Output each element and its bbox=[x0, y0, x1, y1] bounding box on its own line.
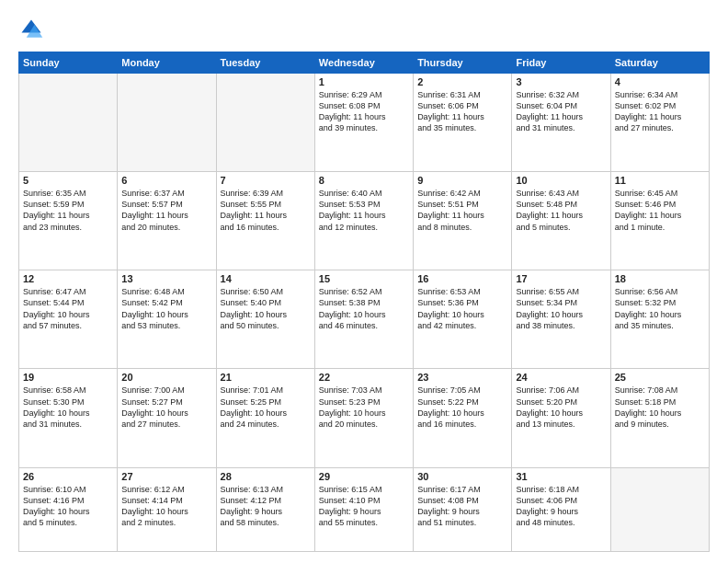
calendar-cell: 3Sunrise: 6:32 AMSunset: 6:04 PMDaylight… bbox=[512, 74, 610, 172]
calendar-week-row: 1Sunrise: 6:29 AMSunset: 6:08 PMDaylight… bbox=[19, 74, 710, 172]
cell-content: Sunrise: 7:01 AMSunset: 5:25 PMDaylight:… bbox=[221, 385, 311, 430]
day-number: 4 bbox=[615, 76, 705, 87]
cell-content: Sunrise: 6:39 AMSunset: 5:55 PMDaylight:… bbox=[221, 188, 311, 233]
weekday-header: Saturday bbox=[610, 52, 709, 74]
day-number: 29 bbox=[319, 471, 409, 482]
calendar-cell: 2Sunrise: 6:31 AMSunset: 6:06 PMDaylight… bbox=[414, 74, 512, 172]
cell-content: Sunrise: 7:05 AMSunset: 5:22 PMDaylight:… bbox=[417, 385, 507, 430]
day-number: 30 bbox=[417, 471, 507, 482]
cell-content: Sunrise: 6:42 AMSunset: 5:51 PMDaylight:… bbox=[417, 188, 507, 233]
calendar-cell bbox=[19, 74, 118, 172]
calendar-week-row: 19Sunrise: 6:58 AMSunset: 5:30 PMDayligh… bbox=[19, 369, 710, 467]
logo-icon bbox=[18, 17, 44, 42]
cell-content: Sunrise: 6:29 AMSunset: 6:08 PMDaylight:… bbox=[319, 89, 409, 134]
day-number: 22 bbox=[319, 372, 409, 383]
calendar-cell bbox=[118, 74, 216, 172]
calendar-week-row: 12Sunrise: 6:47 AMSunset: 5:44 PMDayligh… bbox=[19, 270, 710, 369]
cell-content: Sunrise: 6:40 AMSunset: 5:53 PMDaylight:… bbox=[319, 188, 409, 233]
day-number: 6 bbox=[121, 175, 211, 186]
day-number: 11 bbox=[615, 175, 705, 186]
calendar-week-row: 5Sunrise: 6:35 AMSunset: 5:59 PMDaylight… bbox=[19, 172, 710, 270]
calendar-cell: 8Sunrise: 6:40 AMSunset: 5:53 PMDaylight… bbox=[314, 172, 413, 270]
cell-content: Sunrise: 6:48 AMSunset: 5:42 PMDaylight:… bbox=[121, 286, 211, 331]
day-number: 23 bbox=[417, 372, 507, 383]
cell-content: Sunrise: 6:37 AMSunset: 5:57 PMDaylight:… bbox=[121, 188, 211, 233]
page: SundayMondayTuesdayWednesdayThursdayFrid… bbox=[0, 0, 728, 563]
calendar-cell: 21Sunrise: 7:01 AMSunset: 5:25 PMDayligh… bbox=[216, 369, 314, 467]
cell-content: Sunrise: 6:58 AMSunset: 5:30 PMDaylight:… bbox=[23, 385, 113, 430]
cell-content: Sunrise: 6:10 AMSunset: 4:16 PMDaylight:… bbox=[23, 484, 113, 529]
calendar-table: SundayMondayTuesdayWednesdayThursdayFrid… bbox=[18, 52, 710, 552]
calendar-cell: 25Sunrise: 7:08 AMSunset: 5:18 PMDayligh… bbox=[610, 369, 709, 467]
calendar-cell: 30Sunrise: 6:17 AMSunset: 4:08 PMDayligh… bbox=[414, 467, 512, 552]
day-number: 16 bbox=[417, 273, 507, 284]
cell-content: Sunrise: 6:47 AMSunset: 5:44 PMDaylight:… bbox=[23, 286, 113, 331]
cell-content: Sunrise: 6:13 AMSunset: 4:12 PMDaylight:… bbox=[221, 484, 311, 529]
calendar-cell: 9Sunrise: 6:42 AMSunset: 5:51 PMDaylight… bbox=[414, 172, 512, 270]
day-number: 2 bbox=[417, 76, 507, 87]
calendar-cell: 28Sunrise: 6:13 AMSunset: 4:12 PMDayligh… bbox=[216, 467, 314, 552]
calendar-cell: 29Sunrise: 6:15 AMSunset: 4:10 PMDayligh… bbox=[314, 467, 413, 552]
calendar-cell: 13Sunrise: 6:48 AMSunset: 5:42 PMDayligh… bbox=[118, 270, 216, 369]
cell-content: Sunrise: 6:15 AMSunset: 4:10 PMDaylight:… bbox=[319, 484, 409, 529]
calendar-cell: 24Sunrise: 7:06 AMSunset: 5:20 PMDayligh… bbox=[512, 369, 610, 467]
day-number: 3 bbox=[516, 76, 606, 87]
cell-content: Sunrise: 6:56 AMSunset: 5:32 PMDaylight:… bbox=[615, 286, 705, 331]
calendar-cell: 6Sunrise: 6:37 AMSunset: 5:57 PMDaylight… bbox=[118, 172, 216, 270]
calendar-week-row: 26Sunrise: 6:10 AMSunset: 4:16 PMDayligh… bbox=[19, 467, 710, 552]
header bbox=[18, 17, 710, 42]
calendar-cell bbox=[610, 467, 709, 552]
weekday-header: Thursday bbox=[414, 52, 512, 74]
weekday-header: Tuesday bbox=[216, 52, 314, 74]
day-number: 10 bbox=[516, 175, 606, 186]
day-number: 17 bbox=[516, 273, 606, 284]
weekday-header: Friday bbox=[512, 52, 610, 74]
day-number: 31 bbox=[516, 471, 606, 482]
calendar-cell: 17Sunrise: 6:55 AMSunset: 5:34 PMDayligh… bbox=[512, 270, 610, 369]
day-number: 21 bbox=[221, 372, 311, 383]
cell-content: Sunrise: 6:45 AMSunset: 5:46 PMDaylight:… bbox=[615, 188, 705, 233]
calendar-cell: 18Sunrise: 6:56 AMSunset: 5:32 PMDayligh… bbox=[610, 270, 709, 369]
calendar-cell: 7Sunrise: 6:39 AMSunset: 5:55 PMDaylight… bbox=[216, 172, 314, 270]
cell-content: Sunrise: 6:34 AMSunset: 6:02 PMDaylight:… bbox=[615, 89, 705, 134]
cell-content: Sunrise: 6:12 AMSunset: 4:14 PMDaylight:… bbox=[121, 484, 211, 529]
day-number: 27 bbox=[121, 471, 211, 482]
calendar-header-row: SundayMondayTuesdayWednesdayThursdayFrid… bbox=[19, 52, 710, 74]
calendar-cell: 11Sunrise: 6:45 AMSunset: 5:46 PMDayligh… bbox=[610, 172, 709, 270]
day-number: 18 bbox=[615, 273, 705, 284]
cell-content: Sunrise: 7:06 AMSunset: 5:20 PMDaylight:… bbox=[516, 385, 606, 430]
calendar-cell: 31Sunrise: 6:18 AMSunset: 4:06 PMDayligh… bbox=[512, 467, 610, 552]
cell-content: Sunrise: 7:08 AMSunset: 5:18 PMDaylight:… bbox=[615, 385, 705, 430]
calendar-cell: 10Sunrise: 6:43 AMSunset: 5:48 PMDayligh… bbox=[512, 172, 610, 270]
day-number: 13 bbox=[121, 273, 211, 284]
calendar-cell: 1Sunrise: 6:29 AMSunset: 6:08 PMDaylight… bbox=[314, 74, 413, 172]
weekday-header: Monday bbox=[118, 52, 216, 74]
cell-content: Sunrise: 6:18 AMSunset: 4:06 PMDaylight:… bbox=[516, 484, 606, 529]
calendar-cell: 16Sunrise: 6:53 AMSunset: 5:36 PMDayligh… bbox=[414, 270, 512, 369]
day-number: 28 bbox=[221, 471, 311, 482]
cell-content: Sunrise: 6:43 AMSunset: 5:48 PMDaylight:… bbox=[516, 188, 606, 233]
cell-content: Sunrise: 6:55 AMSunset: 5:34 PMDaylight:… bbox=[516, 286, 606, 331]
weekday-header: Wednesday bbox=[314, 52, 413, 74]
calendar-cell: 19Sunrise: 6:58 AMSunset: 5:30 PMDayligh… bbox=[19, 369, 118, 467]
day-number: 19 bbox=[23, 372, 113, 383]
calendar-cell: 14Sunrise: 6:50 AMSunset: 5:40 PMDayligh… bbox=[216, 270, 314, 369]
cell-content: Sunrise: 6:32 AMSunset: 6:04 PMDaylight:… bbox=[516, 89, 606, 134]
calendar-cell: 27Sunrise: 6:12 AMSunset: 4:14 PMDayligh… bbox=[118, 467, 216, 552]
weekday-header: Sunday bbox=[19, 52, 118, 74]
cell-content: Sunrise: 6:50 AMSunset: 5:40 PMDaylight:… bbox=[221, 286, 311, 331]
calendar-cell: 23Sunrise: 7:05 AMSunset: 5:22 PMDayligh… bbox=[414, 369, 512, 467]
cell-content: Sunrise: 6:53 AMSunset: 5:36 PMDaylight:… bbox=[417, 286, 507, 331]
day-number: 24 bbox=[516, 372, 606, 383]
day-number: 7 bbox=[221, 175, 311, 186]
day-number: 25 bbox=[615, 372, 705, 383]
calendar-cell: 20Sunrise: 7:00 AMSunset: 5:27 PMDayligh… bbox=[118, 369, 216, 467]
cell-content: Sunrise: 6:35 AMSunset: 5:59 PMDaylight:… bbox=[23, 188, 113, 233]
calendar-cell: 5Sunrise: 6:35 AMSunset: 5:59 PMDaylight… bbox=[19, 172, 118, 270]
calendar-cell: 4Sunrise: 6:34 AMSunset: 6:02 PMDaylight… bbox=[610, 74, 709, 172]
cell-content: Sunrise: 6:31 AMSunset: 6:06 PMDaylight:… bbox=[417, 89, 507, 134]
calendar-cell bbox=[216, 74, 314, 172]
day-number: 14 bbox=[221, 273, 311, 284]
logo bbox=[18, 17, 48, 42]
day-number: 8 bbox=[319, 175, 409, 186]
